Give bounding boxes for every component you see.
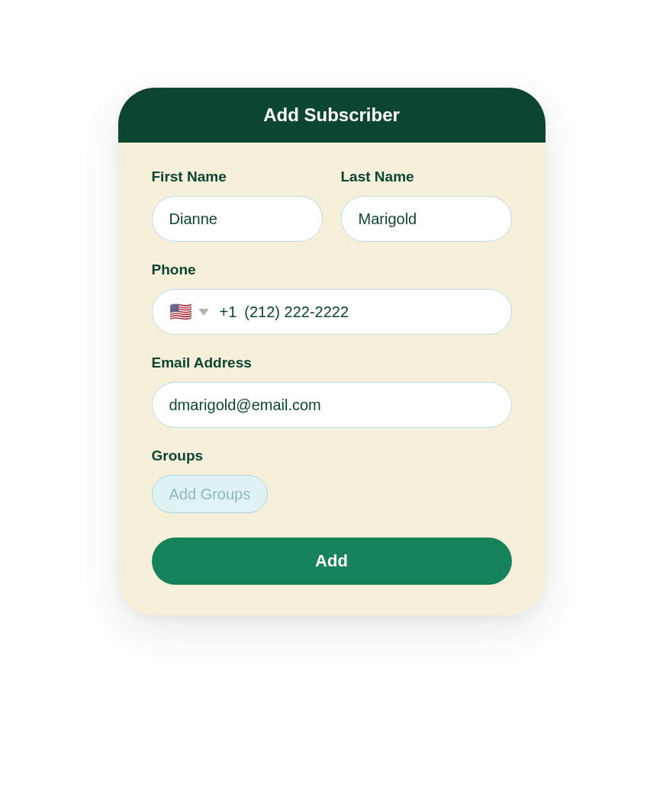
last-name-input[interactable] xyxy=(359,210,494,228)
last-name-field: Last Name xyxy=(341,168,512,242)
phone-input-wrapper[interactable]: 🇺🇸 +1 xyxy=(152,289,512,335)
first-name-field: First Name xyxy=(152,168,323,242)
first-name-label: First Name xyxy=(152,168,323,185)
add-subscriber-card: Add Subscriber First Name Last Name Phon… xyxy=(118,88,546,615)
card-header: Add Subscriber xyxy=(118,88,546,143)
add-button[interactable]: Add xyxy=(152,538,512,585)
phone-country-code: +1 xyxy=(220,303,237,321)
email-label: Email Address xyxy=(152,355,512,371)
groups-field: Groups Add Groups xyxy=(152,448,512,513)
email-field: Email Address xyxy=(152,355,512,428)
add-groups-chip[interactable]: Add Groups xyxy=(152,475,269,513)
last-name-label: Last Name xyxy=(341,168,512,185)
add-button-label: Add xyxy=(315,551,348,570)
country-code-selector[interactable]: 🇺🇸 xyxy=(169,303,209,321)
add-groups-chip-label: Add Groups xyxy=(169,486,251,503)
groups-label: Groups xyxy=(152,448,512,464)
email-input-wrapper[interactable] xyxy=(152,382,512,428)
first-name-input[interactable] xyxy=(169,210,305,228)
phone-label: Phone xyxy=(152,262,512,278)
email-input[interactable] xyxy=(169,396,494,414)
flag-icon: 🇺🇸 xyxy=(169,303,192,321)
card-title: Add Subscriber xyxy=(263,104,400,125)
first-name-input-wrapper[interactable] xyxy=(152,196,323,242)
card-body: First Name Last Name Phone 🇺🇸 +1 xyxy=(118,143,546,615)
name-row: First Name Last Name xyxy=(152,168,512,242)
chevron-down-icon xyxy=(198,309,209,316)
phone-input[interactable] xyxy=(244,303,494,321)
last-name-input-wrapper[interactable] xyxy=(341,196,512,242)
phone-field: Phone 🇺🇸 +1 xyxy=(152,262,512,335)
